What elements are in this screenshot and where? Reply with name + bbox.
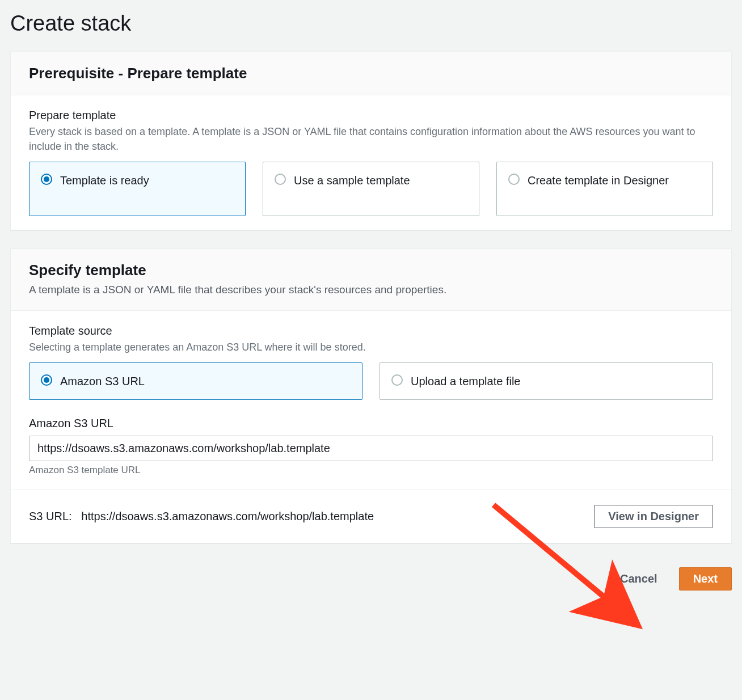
option-label: Template is ready — [60, 172, 149, 188]
s3-url-summary: S3 URL: https://dsoaws.s3.amazonaws.com/… — [29, 510, 374, 523]
option-label: Use a sample template — [294, 172, 410, 188]
s3-url-summary-row: S3 URL: https://dsoaws.s3.amazonaws.com/… — [11, 490, 731, 543]
prepare-template-label: Prepare template — [29, 109, 713, 122]
option-label: Create template in Designer — [528, 172, 669, 188]
s3-url-input[interactable] — [29, 436, 713, 461]
s3-url-block: Amazon S3 URL Amazon S3 template URL — [29, 417, 713, 476]
s3-url-hint: Amazon S3 template URL — [29, 465, 713, 476]
next-button[interactable]: Next — [679, 567, 732, 591]
template-source-label: Template source — [29, 324, 713, 338]
option-sample-template[interactable]: Use a sample template — [263, 162, 479, 216]
s3-url-prefix: S3 URL: — [29, 510, 72, 522]
template-source-help: Selecting a template generates an Amazon… — [29, 340, 713, 355]
template-source-options: Amazon S3 URL Upload a template file — [29, 362, 713, 400]
view-in-designer-button[interactable]: View in Designer — [594, 505, 713, 528]
option-create-designer[interactable]: Create template in Designer — [496, 162, 713, 216]
specify-heading: Specify template — [29, 262, 713, 279]
prerequisite-header: Prerequisite - Prepare template — [11, 52, 731, 95]
prerequisite-heading: Prerequisite - Prepare template — [29, 65, 713, 82]
prerequisite-body: Prepare template Every stack is based on… — [11, 95, 731, 230]
s3-url-value: https://dsoaws.s3.amazonaws.com/workshop… — [81, 510, 374, 522]
prerequisite-panel: Prerequisite - Prepare template Prepare … — [10, 52, 732, 230]
radio-icon — [275, 174, 286, 185]
specify-body: Template source Selecting a template gen… — [11, 311, 731, 490]
option-s3-url[interactable]: Amazon S3 URL — [29, 362, 362, 400]
prepare-template-help: Every stack is based on a template. A te… — [29, 124, 713, 154]
specify-subtitle: A template is a JSON or YAML file that d… — [29, 282, 713, 298]
radio-icon — [41, 374, 52, 386]
footer-actions: Cancel Next — [10, 562, 732, 596]
radio-icon — [508, 174, 520, 185]
page-title: Create stack — [10, 0, 732, 52]
option-label: Amazon S3 URL — [60, 373, 145, 389]
radio-icon — [41, 174, 52, 185]
option-upload-file[interactable]: Upload a template file — [380, 362, 713, 400]
specify-header: Specify template A template is a JSON or… — [11, 249, 731, 311]
specify-template-panel: Specify template A template is a JSON or… — [10, 248, 732, 543]
option-label: Upload a template file — [411, 373, 520, 389]
option-template-ready[interactable]: Template is ready — [29, 162, 246, 216]
cancel-button[interactable]: Cancel — [606, 567, 671, 591]
s3-url-label: Amazon S3 URL — [29, 417, 713, 430]
radio-icon — [391, 374, 403, 386]
prepare-template-options: Template is ready Use a sample template … — [29, 162, 713, 216]
